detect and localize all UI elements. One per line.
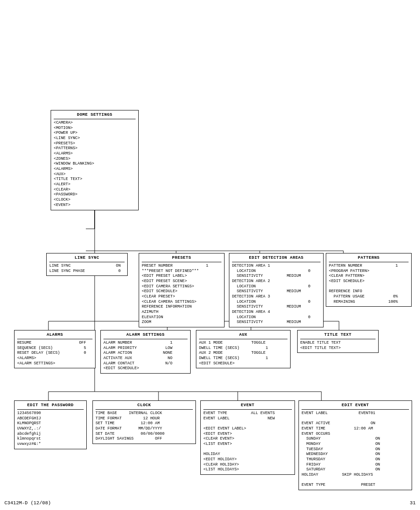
edit-password-content: 1234567890 ABCDEFGHIJ KLMNOPQRST UVWXYZ,… bbox=[17, 411, 84, 447]
clock-content: TIME BASE INTERNAL CLOCK TIME FORMAT 12 … bbox=[96, 411, 193, 442]
alarms-content: RESUME OFF SEQUENCE (SECS) 5 RESET DELAY… bbox=[17, 341, 92, 366]
edit-event-box: EDIT EVENT EVENT LABEL EVENT01 EVENT ACT… bbox=[298, 400, 412, 490]
aux-content: AUX 1 MODE TOGGLE DWELL TIME (SECS) 1 AU… bbox=[199, 341, 287, 366]
edit-password-title: EDIT THE PASSWORD bbox=[17, 403, 84, 410]
dome-settings-box: DOME SETTINGS <CAMERA> <MOTION> <POWER U… bbox=[51, 110, 139, 210]
clock-box: CLOCK TIME BASE INTERNAL CLOCK TIME FORM… bbox=[92, 400, 196, 444]
edit-event-content: EVENT LABEL EVENT01 EVENT ACTIVE ON EVEN… bbox=[302, 411, 409, 488]
title-text-title: TITLE TEXT bbox=[300, 332, 376, 339]
edit-detection-title: EDIT DETECTION AREAS bbox=[232, 255, 321, 262]
patterns-content: PATTERN NUMBER 1 <PROGRAM PATTERN> <CLEA… bbox=[329, 264, 409, 305]
dome-settings-content: <CAMERA> <MOTION> <POWER UP> <LINE SYNC>… bbox=[54, 121, 136, 208]
alarms-box: ALARMS RESUME OFF SEQUENCE (SECS) 5 RESE… bbox=[14, 330, 96, 368]
diagram-area: DOME SETTINGS <CAMERA> <MOTION> <POWER U… bbox=[4, 4, 416, 488]
patterns-title: PATTERNS bbox=[329, 255, 409, 262]
line-sync-title: LINE SYNC bbox=[49, 255, 125, 262]
event-box: EVENT EVENT TYPE ALL EVENTS EVENT LABEL … bbox=[200, 400, 295, 475]
edit-password-box: EDIT THE PASSWORD 1234567890 ABCDEFGHIJ … bbox=[14, 400, 87, 449]
presets-content: PRESET NUMBER 1 ***PRESET NOT DEFINED***… bbox=[142, 264, 221, 325]
presets-box: PRESETS PRESET NUMBER 1 ***PRESET NOT DE… bbox=[139, 253, 225, 327]
presets-title: PRESETS bbox=[142, 255, 221, 262]
alarms-title: ALARMS bbox=[17, 332, 92, 339]
page: DOME SETTINGS <CAMERA> <MOTION> <POWER U… bbox=[0, 0, 420, 510]
edit-event-title: EDIT EVENT bbox=[302, 403, 409, 410]
footer: C3412M-D (12/08) 31 bbox=[4, 500, 416, 506]
title-text-box: TITLE TEXT ENABLE TITLE TEXT <EDIT TITLE… bbox=[297, 330, 379, 353]
line-sync-content: LINE SYNC ON LINE SYNC PHASE 0 bbox=[49, 264, 125, 274]
patterns-box: PATTERNS PATTERN NUMBER 1 <PROGRAM PATTE… bbox=[326, 253, 412, 307]
edit-detection-content: DETECTION AREA 1 LOCATION 0 SENSITIVITY … bbox=[232, 264, 321, 325]
footer-left: C3412M-D (12/08) bbox=[4, 500, 51, 506]
title-text-content: ENABLE TITLE TEXT <EDIT TITLE TEXT> bbox=[300, 341, 376, 351]
event-content: EVENT TYPE ALL EVENTS EVENT LABEL NEW <E… bbox=[203, 411, 292, 473]
edit-detection-box: EDIT DETECTION AREAS DETECTION AREA 1 LO… bbox=[229, 253, 324, 327]
aux-title: AUX bbox=[199, 332, 287, 339]
alarm-settings-box: ALARM SETTINGS ALARM NUMBER 1 ALARM PRIO… bbox=[100, 330, 191, 374]
alarm-settings-title: ALARM SETTINGS bbox=[103, 332, 188, 339]
aux-box: AUX AUX 1 MODE TOGGLE DWELL TIME (SECS) … bbox=[196, 330, 291, 368]
dome-settings-title: DOME SETTINGS bbox=[54, 112, 136, 119]
clock-title: CLOCK bbox=[96, 403, 193, 410]
event-title: EVENT bbox=[203, 403, 292, 410]
alarm-settings-content: ALARM NUMBER 1 ALARM PRIORITY LOW ALARM … bbox=[103, 341, 188, 371]
line-sync-box: LINE SYNC LINE SYNC ON LINE SYNC PHASE 0 bbox=[46, 253, 128, 276]
footer-right: 31 bbox=[410, 500, 416, 506]
